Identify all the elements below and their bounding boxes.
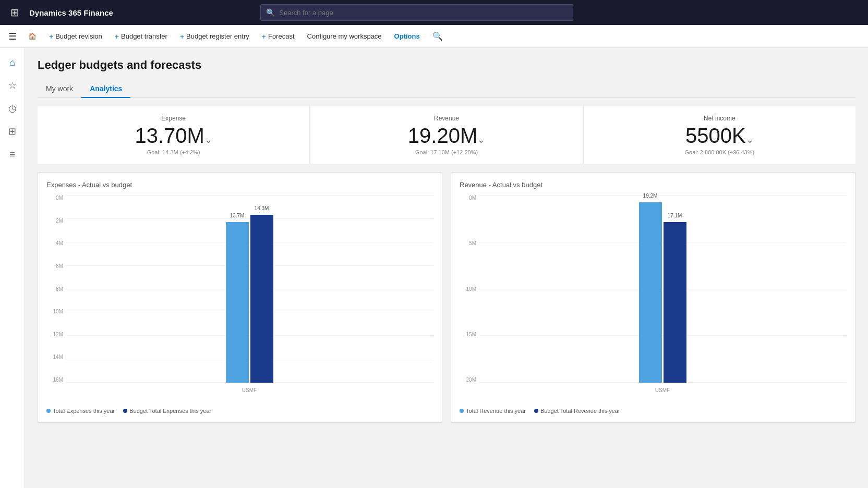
revenue-chart-title: Revenue - Actual vs budget	[460, 181, 847, 189]
sidebar-item-favorites[interactable]: ☆	[2, 75, 23, 96]
sidebar: ⌂ ☆ ◷ ⊞ ≡	[0, 48, 25, 488]
revenue-chart-legend: Total Revenue this year Budget Total Rev…	[460, 408, 847, 414]
revenue-bar-group: 19.2M 17.1M	[639, 202, 686, 383]
tab-my-work[interactable]: My work	[38, 80, 81, 98]
search-icon: 🔍	[266, 8, 275, 17]
revenue-bars-container: 19.2M 17.1M	[478, 195, 847, 383]
charts-row: Expenses - Actual vs budget 16M 14M 12M …	[38, 172, 855, 423]
expenses-legend-budget-dot	[123, 409, 127, 413]
expenses-bar-group: 13.7M 14.3M	[226, 215, 273, 383]
plus-icon: +	[180, 32, 184, 41]
revenue-actual-bar[interactable]: 19.2M	[639, 202, 662, 383]
menu-item-home[interactable]: 🏠	[23, 29, 42, 43]
page-title: Ledger budgets and forecasts	[38, 58, 855, 72]
search-bar[interactable]: 🔍	[260, 4, 573, 21]
kpi-arrow-net-income: ⌄	[746, 135, 754, 145]
plus-icon: +	[49, 32, 53, 41]
plus-icon: +	[262, 32, 266, 41]
hamburger-icon[interactable]: ☰	[4, 27, 21, 46]
expenses-x-labels: USMF	[65, 387, 433, 393]
expenses-chart-legend: Total Expenses this year Budget Total Ex…	[46, 408, 433, 414]
kpi-goal-expense: Goal: 14.3M (+4.2%)	[50, 149, 297, 155]
search-input[interactable]	[279, 9, 568, 17]
expenses-legend-budget: Budget Total Expenses this year	[123, 408, 211, 414]
tab-analytics[interactable]: Analytics	[81, 80, 130, 98]
menu-item-budget-transfer[interactable]: + Budget transfer	[110, 29, 173, 44]
kpi-goal-net-income: Goal: 2,800.00K (+96.43%)	[596, 149, 843, 155]
sidebar-item-modules[interactable]: ≡	[2, 144, 23, 165]
expenses-chart-area: 16M 14M 12M 10M 8M 6M 4M 2M 0M	[46, 195, 433, 404]
kpi-goal-revenue: Goal: 17.10M (+12.28%)	[323, 149, 570, 155]
menu-item-budget-register-entry[interactable]: + Budget register entry	[175, 29, 255, 44]
revenue-legend-actual-dot	[460, 409, 464, 413]
expense-budget-bar[interactable]: 14.3M	[250, 215, 273, 383]
kpi-arrow-expense: ⌄	[204, 135, 212, 145]
revenue-actual-label: 19.2M	[643, 193, 658, 199]
revenue-legend-actual: Total Revenue this year	[460, 408, 526, 414]
kpi-card-revenue: Revenue 19.20M⌄ Goal: 17.10M (+12.28%)	[310, 106, 582, 164]
menu-item-options[interactable]: Options	[389, 29, 425, 43]
content-area: Ledger budgets and forecasts My work Ana…	[25, 48, 868, 488]
kpi-value-net-income: 5500K⌄	[596, 124, 843, 147]
kpi-label-revenue: Revenue	[323, 115, 570, 122]
expense-actual-bar[interactable]: 13.7M	[226, 222, 249, 383]
revenue-chart-area: 20M 15M 10M 5M 0M	[460, 195, 847, 404]
kpi-value-expense: 13.70M⌄	[50, 124, 297, 147]
sidebar-item-recent[interactable]: ◷	[2, 98, 23, 119]
revenue-budget-bar[interactable]: 17.1M	[664, 222, 686, 383]
kpi-card-expense: Expense 13.70M⌄ Goal: 14.3M (+4.2%)	[38, 106, 309, 164]
kpi-value-revenue: 19.20M⌄	[323, 124, 570, 147]
kpi-card-net-income: Net income 5500K⌄ Goal: 2,800.00K (+96.4…	[584, 106, 855, 164]
plus-icon: +	[115, 32, 119, 41]
expenses-bars-container: 13.7M 14.3M	[65, 195, 433, 383]
apps-grid-icon[interactable]: ⊞	[6, 6, 23, 19]
expenses-legend-actual-dot	[46, 409, 51, 413]
sidebar-item-home[interactable]: ⌂	[2, 52, 23, 73]
revenue-legend-budget: Budget Total Revenue this year	[534, 408, 620, 414]
kpi-label-net-income: Net income	[596, 115, 843, 122]
revenue-chart-plot: 19.2M 17.1M USMF	[478, 195, 847, 393]
revenue-budget-label: 17.1M	[668, 213, 682, 218]
expenses-y-labels: 16M 14M 12M 10M 8M 6M 4M 2M 0M	[46, 195, 65, 393]
menu-item-forecast[interactable]: + Forecast	[257, 29, 300, 44]
expense-budget-label: 14.3M	[255, 205, 269, 211]
menu-item-configure-workspace[interactable]: Configure my workspace	[302, 29, 387, 43]
main-layout: ⌂ ☆ ◷ ⊞ ≡ Ledger budgets and forecasts M…	[0, 48, 868, 488]
expense-actual-label: 13.7M	[230, 213, 245, 218]
top-bar: ⊞ Dynamics 365 Finance 🔍	[0, 0, 868, 25]
revenue-legend-budget-dot	[534, 409, 538, 413]
expenses-x-label: USMF	[242, 387, 257, 393]
revenue-x-labels: USMF	[478, 387, 847, 393]
expenses-legend-actual: Total Expenses this year	[46, 408, 115, 414]
revenue-y-labels: 20M 15M 10M 5M 0M	[460, 195, 478, 393]
app-title: Dynamics 365 Finance	[29, 8, 113, 17]
home-icon: 🏠	[28, 32, 37, 40]
menu-item-budget-revision[interactable]: + Budget revision	[44, 29, 107, 44]
kpi-label-expense: Expense	[50, 115, 297, 122]
tabs-bar: My work Analytics	[38, 80, 855, 98]
expenses-chart-plot: 13.7M 14.3M USMF	[65, 195, 433, 393]
menu-bar: ☰ 🏠 + Budget revision + Budget transfer …	[0, 25, 868, 48]
expenses-chart-title: Expenses - Actual vs budget	[46, 181, 433, 189]
kpi-row: Expense 13.70M⌄ Goal: 14.3M (+4.2%) Reve…	[38, 106, 855, 164]
menu-search-icon[interactable]: 🔍	[427, 28, 448, 44]
sidebar-item-workspaces[interactable]: ⊞	[2, 121, 23, 142]
expenses-chart-card: Expenses - Actual vs budget 16M 14M 12M …	[38, 172, 442, 423]
kpi-arrow-revenue: ⌄	[477, 135, 485, 145]
revenue-chart-card: Revenue - Actual vs budget 20M 15M 10M 5…	[451, 172, 855, 423]
revenue-x-label: USMF	[655, 387, 670, 393]
